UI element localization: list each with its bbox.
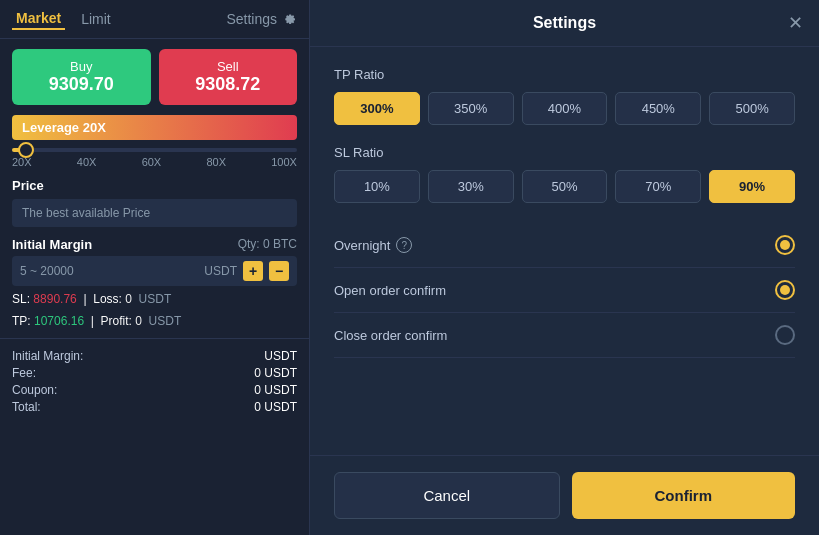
- slider-label-100x: 100X: [271, 156, 297, 168]
- initial-margin-row: Initial Margin Qty: 0 BTC: [0, 231, 309, 254]
- leverage-slider-container: 20X 40X 60X 80X 100X: [0, 140, 309, 172]
- slider-label-40x: 40X: [77, 156, 97, 168]
- close-button[interactable]: ✕: [788, 12, 803, 34]
- slider-label-60x: 60X: [142, 156, 162, 168]
- sell-label: Sell: [165, 59, 292, 74]
- loss-label: Loss:: [93, 292, 122, 306]
- tp-value[interactable]: 10706.16: [34, 314, 84, 328]
- slider-track[interactable]: [12, 148, 297, 152]
- slider-labels: 20X 40X 60X 80X 100X: [12, 156, 297, 168]
- summary-rows: Initial Margin: USDT Fee: 0 USDT Coupon:…: [0, 345, 309, 421]
- margin-input-row: 5 ~ 20000 USDT + −: [12, 256, 297, 286]
- buy-price: 9309.70: [18, 74, 145, 95]
- close-order-label: Close order confirm: [334, 328, 447, 343]
- tp-ratio-section: TP Ratio 300% 350% 400% 450% 500%: [334, 67, 795, 125]
- overnight-label-row: Overnight ?: [334, 237, 412, 253]
- sl-ratio-section: SL Ratio 10% 30% 50% 70% 90%: [334, 145, 795, 203]
- toggle-overnight: Overnight ?: [334, 223, 795, 268]
- overnight-label: Overnight: [334, 238, 390, 253]
- toggle-close-order: Close order confirm: [334, 313, 795, 358]
- tp-ratio-buttons: 300% 350% 400% 450% 500%: [334, 92, 795, 125]
- left-panel: Market Limit Settings Buy 9309.70 Sell 9…: [0, 0, 310, 535]
- confirm-button[interactable]: Confirm: [572, 472, 796, 519]
- profit-value: 0: [135, 314, 142, 328]
- minus-button[interactable]: −: [269, 261, 289, 281]
- settings-footer: Cancel Confirm: [310, 455, 819, 535]
- open-order-label-row: Open order confirm: [334, 283, 446, 298]
- overnight-toggle[interactable]: [775, 235, 795, 255]
- tp-btn-300[interactable]: 300%: [334, 92, 420, 125]
- buy-button[interactable]: Buy 9309.70: [12, 49, 151, 105]
- summary-total-label: Total:: [12, 400, 41, 414]
- buy-label: Buy: [18, 59, 145, 74]
- margin-range: 5 ~ 20000: [20, 264, 198, 278]
- sell-button[interactable]: Sell 9308.72: [159, 49, 298, 105]
- right-panel: Settings ✕ TP Ratio 300% 350% 400% 450% …: [310, 0, 819, 535]
- sl-btn-50[interactable]: 50%: [522, 170, 608, 203]
- slider-label-20x: 20X: [12, 156, 32, 168]
- sl-tp-row: SL: 8890.76 | Loss: 0 USDT: [0, 288, 309, 310]
- overnight-toggle-inner: [780, 240, 790, 250]
- sl-ratio-title: SL Ratio: [334, 145, 795, 160]
- summary-coupon-label: Coupon:: [12, 383, 57, 397]
- sl-column: SL: 8890.76 | Loss: 0 USDT: [12, 292, 297, 306]
- summary-fee: Fee: 0 USDT: [12, 366, 297, 380]
- summary-im-val: USDT: [264, 349, 297, 363]
- summary-initial-margin: Initial Margin: USDT: [12, 349, 297, 363]
- open-order-label: Open order confirm: [334, 283, 446, 298]
- sl-btn-10[interactable]: 10%: [334, 170, 420, 203]
- summary-im-label: Initial Margin:: [12, 349, 83, 363]
- profit-label: Profit:: [101, 314, 132, 328]
- close-order-toggle[interactable]: [775, 325, 795, 345]
- plus-button[interactable]: +: [243, 261, 263, 281]
- tab-bar: Market Limit Settings: [0, 0, 309, 39]
- tab-limit[interactable]: Limit: [77, 9, 115, 29]
- close-order-label-row: Close order confirm: [334, 328, 447, 343]
- leverage-bar[interactable]: Leverage 20X: [12, 115, 297, 140]
- tp-btn-500[interactable]: 500%: [709, 92, 795, 125]
- loss-value: 0: [125, 292, 132, 306]
- tp-column: TP: 10706.16 | Profit: 0 USDT: [12, 314, 297, 328]
- summary-total: Total: 0 USDT: [12, 400, 297, 414]
- tp-ratio-title: TP Ratio: [334, 67, 795, 82]
- open-order-toggle-inner: [780, 285, 790, 295]
- sell-price: 9308.72: [165, 74, 292, 95]
- sl-label: SL:: [12, 292, 30, 306]
- qty-label: Qty: 0 BTC: [238, 237, 297, 252]
- tab-market[interactable]: Market: [12, 8, 65, 30]
- sl-value[interactable]: 8890.76: [33, 292, 76, 306]
- sl-usdt: USDT: [139, 292, 172, 306]
- settings-tab-left[interactable]: Settings: [226, 11, 297, 27]
- tp-btn-350[interactable]: 350%: [428, 92, 514, 125]
- price-box: The best available Price: [12, 199, 297, 227]
- sl-btn-90[interactable]: 90%: [709, 170, 795, 203]
- buy-sell-row: Buy 9309.70 Sell 9308.72: [0, 39, 309, 115]
- settings-tab-label: Settings: [226, 11, 277, 27]
- tp-btn-450[interactable]: 450%: [615, 92, 701, 125]
- settings-header: Settings ✕: [310, 0, 819, 47]
- settings-title: Settings: [533, 14, 596, 32]
- summary-coupon: Coupon: 0 USDT: [12, 383, 297, 397]
- tp-usdt: USDT: [149, 314, 182, 328]
- settings-body: TP Ratio 300% 350% 400% 450% 500% SL Rat…: [310, 47, 819, 455]
- toggle-open-order: Open order confirm: [334, 268, 795, 313]
- cancel-button[interactable]: Cancel: [334, 472, 560, 519]
- tp-label: TP:: [12, 314, 31, 328]
- initial-margin-label: Initial Margin: [12, 237, 92, 252]
- summary-coupon-val: 0 USDT: [254, 383, 297, 397]
- gear-icon: [281, 11, 297, 27]
- slider-thumb[interactable]: [18, 142, 34, 158]
- sl-btn-30[interactable]: 30%: [428, 170, 514, 203]
- sl-btn-70[interactable]: 70%: [615, 170, 701, 203]
- tp-btn-400[interactable]: 400%: [522, 92, 608, 125]
- summary-total-val: 0 USDT: [254, 400, 297, 414]
- sl-ratio-buttons: 10% 30% 50% 70% 90%: [334, 170, 795, 203]
- summary-fee-label: Fee:: [12, 366, 36, 380]
- slider-label-80x: 80X: [206, 156, 226, 168]
- open-order-toggle[interactable]: [775, 280, 795, 300]
- summary-fee-val: 0 USDT: [254, 366, 297, 380]
- price-section-label: Price: [0, 172, 309, 195]
- overnight-help-icon[interactable]: ?: [396, 237, 412, 253]
- tp-row: TP: 10706.16 | Profit: 0 USDT: [0, 310, 309, 332]
- margin-usdt: USDT: [204, 264, 237, 278]
